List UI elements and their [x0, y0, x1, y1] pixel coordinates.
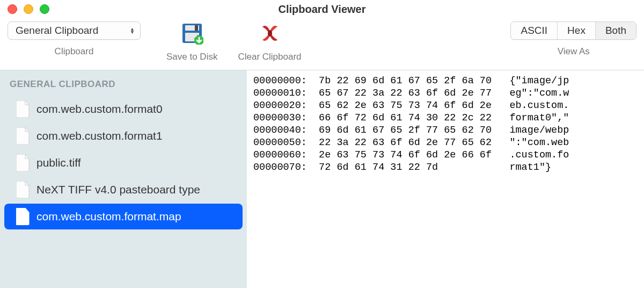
sidebar-item-label: com.web.custom.format1: [36, 129, 163, 142]
clear-label: Clear Clipboard: [238, 52, 301, 62]
document-icon: [16, 181, 30, 198]
save-to-disk-group: Save to Disk: [166, 21, 217, 62]
content-pane: 00000000: 7b 22 69 6d 61 67 65 2f 6a 70 …: [247, 70, 644, 288]
view-as-label: View As: [558, 46, 590, 57]
sidebar-item-next-tiff[interactable]: NeXT TIFF v4.0 pasteboard type: [4, 177, 243, 203]
sidebar-item-label: com.web.custom.format.map: [36, 210, 181, 223]
document-icon: [16, 100, 30, 118]
sidebar-header: GENERAL CLIPBOARD: [0, 76, 247, 95]
delete-x-icon: [259, 23, 281, 44]
sidebar-item-public-tiff[interactable]: public.tiff: [4, 150, 243, 176]
chevron-updown-icon: ▲▼: [130, 27, 135, 34]
document-icon: [16, 154, 30, 171]
main-body: GENERAL CLIPBOARD com.web.custom.format0…: [0, 70, 644, 288]
document-icon: [16, 127, 30, 145]
view-hex-button[interactable]: Hex: [558, 22, 596, 39]
sidebar-item-format0[interactable]: com.web.custom.format0: [4, 96, 243, 122]
sidebar-item-label: com.web.custom.format0: [36, 103, 163, 116]
view-ascii-button[interactable]: ASCII: [511, 22, 558, 39]
floppy-disk-icon: [181, 22, 203, 45]
sidebar-item-format1[interactable]: com.web.custom.format1: [4, 123, 243, 149]
sidebar: GENERAL CLIPBOARD com.web.custom.format0…: [0, 70, 247, 288]
hexdump-output: 00000000: 7b 22 69 6d 61 67 65 2f 6a 70 …: [253, 75, 638, 174]
clipboard-selector-group: General Clipboard ▲▼ Clipboard: [8, 21, 141, 57]
save-label: Save to Disk: [166, 52, 217, 62]
svg-point-5: [268, 30, 272, 37]
save-to-disk-button[interactable]: [180, 21, 204, 45]
clipboard-label: Clipboard: [55, 46, 94, 57]
clear-clipboard-button[interactable]: [258, 21, 282, 45]
document-icon: [16, 208, 30, 225]
sidebar-item-label: NeXT TIFF v4.0 pasteboard type: [36, 183, 200, 196]
clear-clipboard-group: Clear Clipboard: [238, 21, 301, 62]
titlebar: Clipboard Viewer: [0, 0, 644, 18]
window-title: Clipboard Viewer: [0, 3, 644, 16]
sidebar-item-format-map[interactable]: com.web.custom.format.map: [4, 204, 243, 229]
toolbar: General Clipboard ▲▼ Clipboard Sa: [0, 18, 644, 70]
sidebar-item-label: public.tiff: [36, 156, 81, 169]
view-as-group: ASCII Hex Both View As: [510, 21, 636, 57]
clipboard-select[interactable]: General Clipboard ▲▼: [8, 21, 141, 40]
view-as-segmented: ASCII Hex Both: [510, 21, 636, 40]
clipboard-select-value: General Clipboard: [16, 25, 98, 37]
svg-rect-2: [195, 25, 198, 31]
view-both-button[interactable]: Both: [596, 22, 636, 39]
window: Clipboard Viewer General Clipboard ▲▼ Cl…: [0, 0, 644, 288]
